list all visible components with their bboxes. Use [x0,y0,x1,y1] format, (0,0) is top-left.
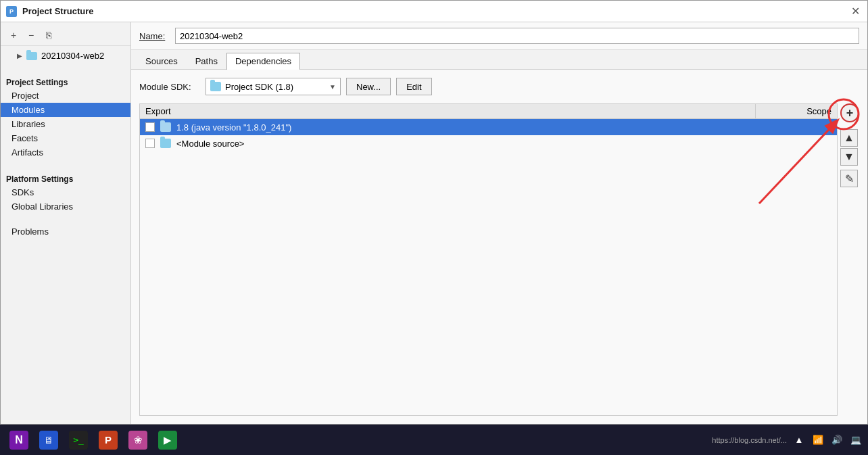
module-name: 20210304-web2 [41,51,104,61]
table-row[interactable]: 1.8 (java version "1.8.0_241") [140,119,837,135]
taskbar-item-app5[interactable]: ▶ [154,428,181,452]
dep-folder-icon [160,139,171,148]
close-button[interactable]: ✕ [848,5,862,18]
dep-folder-icon [160,122,171,132]
sdk-label: Module SDK: [139,82,200,92]
taskbar-url: https://blog.csdn.net/... [712,436,787,444]
sdk-folder-icon [210,82,221,91]
taskbar-item-app4[interactable]: ❀ [124,428,151,452]
right-panel: Name: Sources Paths Dependencies M [131,22,867,424]
taskbar-right: https://blog.csdn.net/... ▲ 📶 🔊 💻 [712,433,863,447]
sys-icon-arrow: ▲ [792,433,806,447]
project-settings-header: Project Settings [1,74,130,89]
sidebar-item-artifacts[interactable]: Artifacts [1,145,130,160]
tab-sources[interactable]: Sources [137,53,187,69]
sdk-value: Project SDK (1.8) [225,82,293,92]
tabs-bar: Sources Paths Dependencies [131,50,867,70]
dep-row-text: <Module source> [176,139,831,149]
sys-icon-network: 📶 [811,433,825,447]
sidebar-item-sdks[interactable]: SDKs [1,185,130,199]
taskbar-item-powerpoint[interactable]: P [95,428,122,452]
col-scope-header: Scope [756,104,837,118]
sidebar-item-problems[interactable]: Problems [1,224,130,239]
sidebar: + − ⎘ ▶ 20210304-web2 Project Settings P… [1,22,131,424]
title-bar: P Project Structure ✕ [1,1,867,22]
sdk-dropdown[interactable]: Project SDK (1.8) ▼ [206,78,341,95]
app-icon: P [6,6,17,17]
side-buttons: + ▲ ▼ ✎ [840,103,859,416]
dependencies-table-wrapper: Export Scope 1.8 (java version "1.8.0_24… [139,103,859,416]
edit-dependency-button[interactable]: ✎ [840,170,858,187]
col-export-header: Export [140,104,756,118]
new-sdk-button[interactable]: New... [346,78,391,95]
sys-icon-volume: 🔊 [830,433,844,447]
name-label: Name: [139,31,170,41]
taskbar-item-terminal[interactable]: >_ [65,428,92,452]
taskbar: N 🖥 >_ P ❀ ▶ https://blog.csdn.net/... ▲… [0,425,868,455]
sidebar-item-global-libraries[interactable]: Global Libraries [1,199,130,214]
dependencies-table-container: Export Scope 1.8 (java version "1.8.0_24… [139,103,838,416]
module-list-item[interactable]: ▶ 20210304-web2 [1,49,130,63]
title-bar-text: Project Structure [22,6,848,16]
taskbar-item-monitor[interactable]: 🖥 [35,428,62,452]
scroll-down-button[interactable]: ▼ [840,148,858,166]
scroll-up-button[interactable]: ▲ [840,129,858,147]
export-checkbox[interactable] [145,122,155,132]
add-dependency-button[interactable]: + [840,103,859,122]
sdk-row: Module SDK: Project SDK (1.8) ▼ New... E… [139,78,859,95]
copy-module-button[interactable]: ⎘ [41,28,56,43]
dropdown-arrow-icon: ▼ [329,83,336,91]
module-folder-icon [26,52,37,60]
tab-dependencies[interactable]: Dependencies [226,53,300,70]
export-checkbox[interactable] [145,139,155,148]
sys-icon-laptop: 💻 [849,433,863,447]
sidebar-item-project[interactable]: Project [1,89,130,103]
table-row[interactable]: <Module source> [140,135,837,151]
remove-module-button[interactable]: − [24,28,39,43]
sidebar-item-libraries[interactable]: Libraries [1,117,130,131]
project-structure-dialog: P Project Structure ✕ + − ⎘ ▶ 20210304-w… [0,0,868,425]
tab-paths[interactable]: Paths [187,53,226,69]
platform-settings-header: Platform Settings [1,170,130,185]
content-area: + − ⎘ ▶ 20210304-web2 Project Settings P… [1,22,867,424]
table-header: Export Scope [139,103,838,118]
sidebar-item-facets[interactable]: Facets [1,131,130,145]
add-module-button[interactable]: + [6,28,21,43]
name-input[interactable] [175,28,859,44]
dependencies-table-body: 1.8 (java version "1.8.0_241") <Module s… [139,118,838,416]
name-row: Name: [131,22,867,50]
dep-row-text: 1.8 (java version "1.8.0_241") [176,122,831,133]
sidebar-item-modules[interactable]: Modules [1,103,130,117]
taskbar-item-onenote[interactable]: N [5,428,32,452]
panel-content: Module SDK: Project SDK (1.8) ▼ New... E… [131,70,867,424]
edit-sdk-button[interactable]: Edit [396,78,431,95]
sidebar-toolbar: + − ⎘ [1,25,130,46]
